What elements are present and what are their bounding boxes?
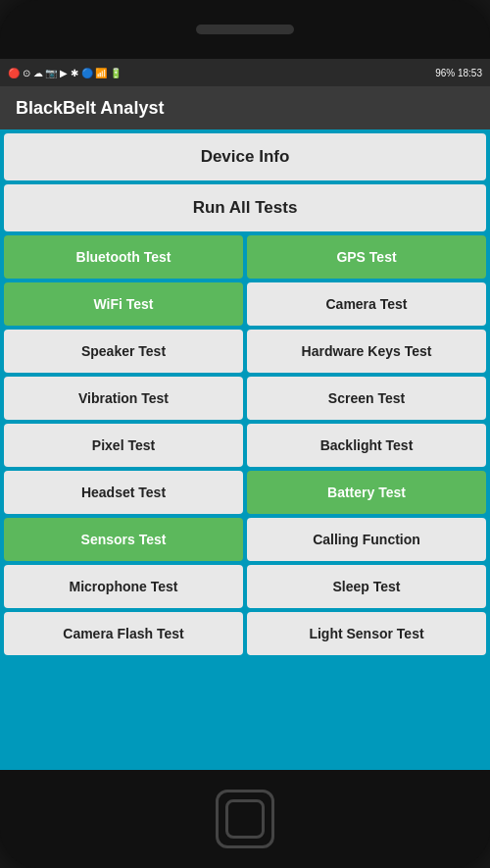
row-wifi-camera: WiFi Test Camera Test bbox=[4, 282, 486, 326]
row-vibration-screen: Vibration Test Screen Test bbox=[4, 377, 486, 420]
pixel-test-button[interactable]: Pixel Test bbox=[4, 424, 243, 467]
run-all-tests-button[interactable]: Run All Tests bbox=[4, 184, 486, 231]
phone-speaker bbox=[196, 25, 294, 34]
row-pixel-backlight: Pixel Test Backlight Test bbox=[4, 424, 486, 467]
gps-test-button[interactable]: GPS Test bbox=[247, 235, 486, 279]
device-info-button[interactable]: Device Info bbox=[4, 133, 486, 180]
home-button[interactable] bbox=[216, 790, 274, 848]
sleep-test-button[interactable]: Sleep Test bbox=[247, 565, 486, 608]
headset-test-button[interactable]: Headset Test bbox=[4, 471, 243, 514]
phone-shell: 🔴 ⊙ ☁ 📷 ▶ ✱ 🔵 📶 🔋 96% 18:53 BlackBelt An… bbox=[0, 0, 490, 868]
wifi-test-button[interactable]: WiFi Test bbox=[4, 282, 243, 326]
camera-flash-test-button[interactable]: Camera Flash Test bbox=[4, 612, 243, 655]
status-icons-left: 🔴 ⊙ ☁ 📷 ▶ ✱ 🔵 📶 🔋 bbox=[8, 68, 122, 78]
app-title: BlackBelt Analyst bbox=[16, 98, 164, 119]
camera-test-button[interactable]: Camera Test bbox=[247, 282, 486, 326]
app-header: BlackBelt Analyst bbox=[0, 86, 490, 129]
row-cameraflash-lightsensor: Camera Flash Test Light Sensor Test bbox=[4, 612, 486, 655]
phone-top-bar bbox=[0, 0, 490, 59]
speaker-test-button[interactable]: Speaker Test bbox=[4, 330, 243, 373]
status-right: 96% 18:53 bbox=[435, 68, 482, 78]
screen-test-button[interactable]: Screen Test bbox=[247, 377, 486, 420]
light-sensor-test-button[interactable]: Light Sensor Test bbox=[247, 612, 486, 655]
hardware-keys-test-button[interactable]: Hardware Keys Test bbox=[247, 330, 486, 373]
sensors-test-button[interactable]: Sensors Test bbox=[4, 518, 243, 561]
home-button-inner bbox=[225, 799, 265, 839]
microphone-test-button[interactable]: Microphone Test bbox=[4, 565, 243, 608]
row-bluetooth-gps: Bluetooth Test GPS Test bbox=[4, 235, 486, 279]
bluetooth-test-button[interactable]: Bluetooth Test bbox=[4, 235, 243, 279]
notification-icons: 🔴 ⊙ ☁ 📷 ▶ ✱ 🔵 📶 🔋 bbox=[8, 68, 122, 78]
status-bar: 🔴 ⊙ ☁ 📷 ▶ ✱ 🔵 📶 🔋 96% 18:53 bbox=[0, 59, 490, 86]
battery-test-button[interactable]: Battery Test bbox=[247, 471, 486, 514]
backlight-test-button[interactable]: Backlight Test bbox=[247, 424, 486, 467]
battery-percent: 96% 18:53 bbox=[435, 68, 482, 78]
phone-bottom-bar bbox=[0, 770, 490, 868]
vibration-test-button[interactable]: Vibration Test bbox=[4, 377, 243, 420]
app-content: Device Info Run All Tests Bluetooth Test… bbox=[0, 129, 490, 770]
row-headset-battery: Headset Test Battery Test bbox=[4, 471, 486, 514]
row-speaker-hardware: Speaker Test Hardware Keys Test bbox=[4, 330, 486, 373]
calling-function-button[interactable]: Calling Function bbox=[247, 518, 486, 561]
row-microphone-sleep: Microphone Test Sleep Test bbox=[4, 565, 486, 608]
row-sensors-calling: Sensors Test Calling Function bbox=[4, 518, 486, 561]
